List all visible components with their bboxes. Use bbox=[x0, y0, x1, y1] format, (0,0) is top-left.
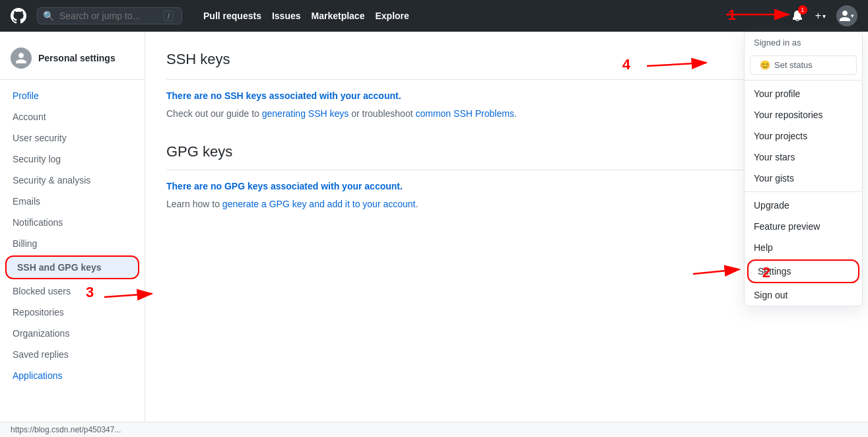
sidebar-avatar bbox=[11, 48, 32, 69]
add-button[interactable]: +▾ bbox=[813, 7, 828, 24]
your-stars-link[interactable]: Your stars bbox=[745, 147, 862, 168]
dropdown-signed-in: Signed in as bbox=[745, 32, 862, 53]
help-link[interactable]: Help bbox=[745, 237, 862, 258]
user-avatar[interactable]: ▾ bbox=[836, 5, 857, 26]
your-profile-link[interactable]: Your profile bbox=[745, 83, 862, 104]
sidebar-title: Personal settings bbox=[38, 53, 116, 63]
topnav-right: 1 +▾ ▾ bbox=[790, 5, 857, 26]
issues-link[interactable]: Issues bbox=[272, 11, 301, 21]
search-input[interactable] bbox=[59, 11, 158, 21]
common-ssh-problems-link[interactable]: common SSH Problems bbox=[415, 108, 514, 119]
sidebar-item-security-analysis[interactable]: Security & analysis bbox=[0, 170, 145, 191]
your-repositories-link[interactable]: Your repositories bbox=[745, 104, 862, 125]
your-projects-link[interactable]: Your projects bbox=[745, 125, 862, 147]
sidebar-item-applications[interactable]: Applications bbox=[0, 365, 145, 386]
url-text: https://blog.csdn.net/p450347... bbox=[11, 425, 121, 434]
pull-requests-link[interactable]: Pull requests bbox=[203, 11, 261, 21]
url-bar: https://blog.csdn.net/p450347... bbox=[0, 422, 868, 437]
explore-link[interactable]: Explore bbox=[375, 11, 409, 21]
sidebar: Personal settings Profile Account User s… bbox=[0, 32, 145, 437]
slash-key: / bbox=[164, 11, 174, 21]
github-logo[interactable] bbox=[11, 8, 26, 24]
user-dropdown-menu: Signed in as 😊 Set status Your profile Y… bbox=[744, 32, 863, 306]
generate-gpg-key-link[interactable]: generate a GPG key and add it to your ac… bbox=[222, 199, 416, 209]
sign-out-link[interactable]: Sign out bbox=[745, 285, 862, 306]
generating-ssh-keys-link[interactable]: generating SSH keys bbox=[262, 108, 349, 119]
sidebar-item-security-log[interactable]: Security log bbox=[0, 149, 145, 170]
page-body: Personal settings Profile Account User s… bbox=[0, 32, 868, 437]
search-icon: 🔍 bbox=[43, 11, 54, 21]
sidebar-item-notifications[interactable]: Notifications bbox=[0, 212, 145, 233]
notification-wrapper: 1 bbox=[790, 8, 805, 24]
feature-preview-link[interactable]: Feature preview bbox=[745, 216, 862, 237]
sidebar-item-organizations[interactable]: Organizations bbox=[0, 323, 145, 344]
settings-link[interactable]: Settings bbox=[747, 259, 859, 283]
sidebar-item-saved-replies[interactable]: Saved replies bbox=[0, 344, 145, 365]
sidebar-item-emails[interactable]: Emails bbox=[0, 191, 145, 212]
gpg-title: GPG keys bbox=[166, 143, 232, 160]
topnav: 🔍 / Pull requests Issues Marketplace Exp… bbox=[0, 0, 868, 32]
search-bar[interactable]: 🔍 / bbox=[37, 7, 182, 24]
sidebar-item-billing[interactable]: Billing bbox=[0, 233, 145, 254]
sidebar-item-blocked-users[interactable]: Blocked users bbox=[0, 281, 145, 302]
upgrade-link[interactable]: Upgrade bbox=[745, 195, 862, 216]
sidebar-item-user-security[interactable]: User security bbox=[0, 127, 145, 149]
marketplace-link[interactable]: Marketplace bbox=[312, 11, 365, 21]
your-gists-link[interactable]: Your gists bbox=[745, 168, 862, 189]
sidebar-item-ssh-gpg-keys[interactable]: SSH and GPG keys bbox=[5, 255, 139, 279]
sidebar-item-account[interactable]: Account bbox=[0, 106, 145, 127]
sidebar-header: Personal settings bbox=[0, 42, 145, 80]
notification-badge: 1 bbox=[798, 5, 807, 15]
sidebar-item-repositories[interactable]: Repositories bbox=[0, 302, 145, 323]
status-emoji-icon: 😊 bbox=[760, 60, 770, 70]
set-status-button[interactable]: 😊 Set status bbox=[750, 55, 857, 75]
topnav-links: Pull requests Issues Marketplace Explore bbox=[203, 11, 409, 21]
sidebar-item-profile[interactable]: Profile bbox=[0, 85, 145, 106]
ssh-title: SSH keys bbox=[166, 51, 230, 68]
